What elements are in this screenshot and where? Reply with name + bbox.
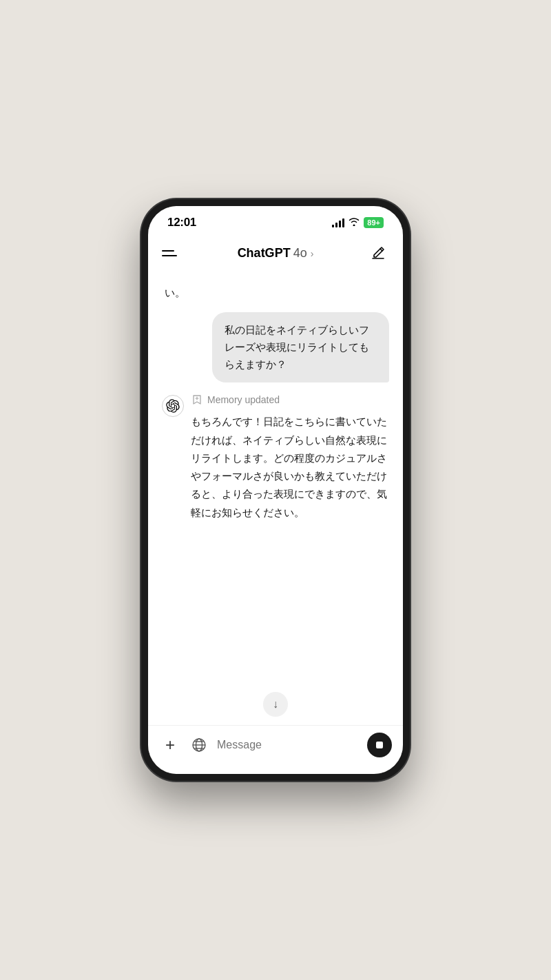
signal-bar-2	[335, 223, 337, 227]
svg-rect-5	[376, 742, 383, 748]
user-bubble: 私の日記をネイティブらしいフレーズや表現にリライトしてもらえますか？	[212, 312, 389, 382]
memory-badge: Memory updated	[191, 394, 389, 406]
message-input-wrap[interactable]	[217, 739, 360, 751]
chat-area: い。 私の日記をネイティブらしいフレーズや表現にリライトしてもらえますか？	[148, 274, 403, 684]
add-button[interactable]: +	[159, 734, 181, 756]
send-button[interactable]	[367, 733, 392, 757]
edit-icon	[371, 245, 386, 261]
globe-button[interactable]	[188, 734, 210, 756]
scroll-down-area: ↓	[148, 684, 403, 725]
header-title[interactable]: ChatGPT 4o ›	[238, 246, 314, 261]
message-input[interactable]	[217, 739, 360, 751]
phone-frame: 12:01 89+ ChatGPT	[141, 199, 410, 781]
ai-response-text: もちろんです！日記をこちらに書いていただければ、ネイティブらしい自然な表現にリラ…	[191, 413, 389, 522]
signal-bar-3	[339, 221, 341, 227]
menu-line-2	[162, 255, 177, 256]
memory-icon	[191, 394, 203, 406]
input-area: +	[148, 725, 403, 774]
signal-bar-1	[332, 225, 334, 227]
app-name: ChatGPT	[238, 246, 291, 261]
ai-snippet: い。	[162, 285, 389, 301]
wifi-icon	[349, 217, 360, 228]
user-message: 私の日記をネイティブらしいフレーズや表現にリライトしてもらえますか？	[162, 312, 389, 382]
edit-button[interactable]	[367, 242, 389, 264]
menu-button[interactable]	[162, 242, 184, 264]
model-label: 4o ›	[293, 246, 314, 261]
signal-bar-4	[342, 218, 344, 227]
globe-icon	[191, 737, 207, 753]
status-icons: 89+	[332, 217, 384, 228]
signal-icon	[332, 218, 344, 227]
battery-icon: 89+	[364, 217, 384, 228]
scroll-down-button[interactable]: ↓	[263, 692, 288, 717]
memory-updated-label: Memory updated	[207, 394, 280, 405]
status-time: 12:01	[167, 216, 196, 229]
chevron-right-icon: ›	[311, 248, 314, 259]
menu-line-1	[162, 250, 174, 252]
ai-content: Memory updated もちろんです！日記をこちらに書いていただければ、ネ…	[191, 394, 389, 522]
chatgpt-logo-icon	[166, 399, 180, 413]
ai-message-row: Memory updated もちろんです！日記をこちらに書いていただければ、ネ…	[162, 394, 389, 522]
status-bar: 12:01 89+	[148, 206, 403, 235]
avatar	[162, 395, 184, 417]
app-header: ChatGPT 4o ›	[148, 235, 403, 274]
bookmark-icon	[191, 394, 202, 405]
stop-icon	[374, 739, 385, 751]
